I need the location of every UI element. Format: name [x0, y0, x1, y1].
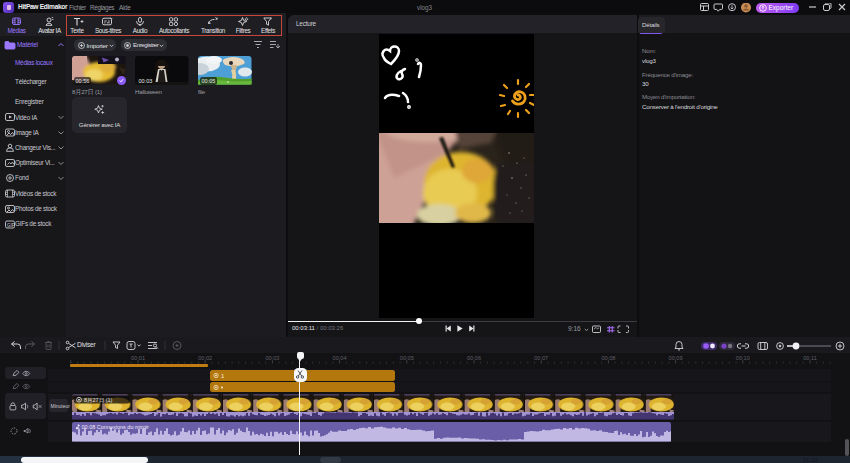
svg-text:00:03: 00:03: [265, 355, 279, 361]
svg-text:GIF: GIF: [7, 223, 15, 228]
svg-text:00:10: 00:10: [736, 355, 750, 361]
svg-text:00:08 Connexions du miroir: 00:08 Connexions du miroir: [82, 424, 149, 430]
svg-text:00:04: 00:04: [333, 355, 347, 361]
svg-text:00:02: 00:02: [198, 355, 212, 361]
svg-text:1: 1: [221, 373, 225, 379]
svg-text:00:08: 00:08: [601, 355, 615, 361]
svg-text:00:11: 00:11: [803, 355, 817, 361]
svg-text:8月27日 (1): 8月27日 (1): [84, 397, 113, 404]
svg-text:00:07: 00:07: [534, 355, 548, 361]
svg-text:00:09: 00:09: [669, 355, 683, 361]
svg-text:00:01: 00:01: [131, 355, 145, 361]
svg-text:00:05: 00:05: [400, 355, 414, 361]
svg-text:00:06: 00:06: [467, 355, 481, 361]
